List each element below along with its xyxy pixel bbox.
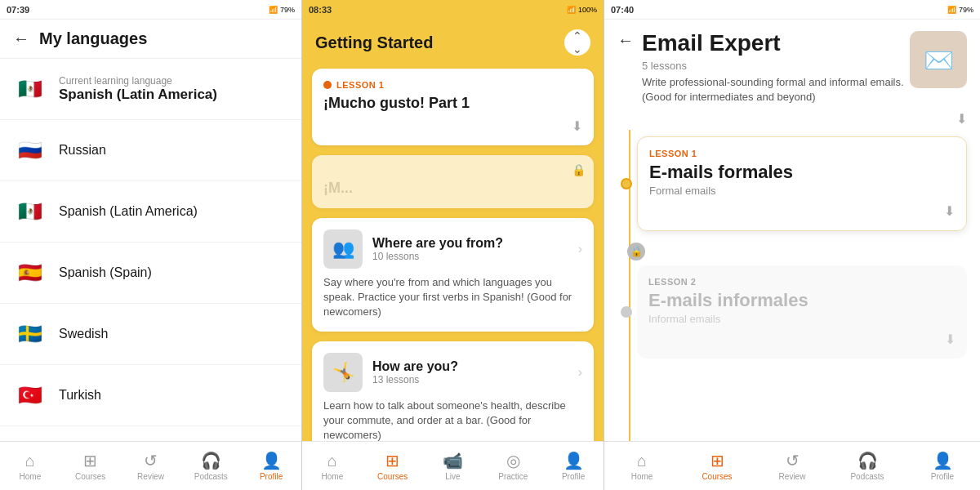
flag-spanish-spain: 🇪🇸 bbox=[13, 256, 47, 290]
lock-divider: 🔒 bbox=[627, 243, 967, 261]
language-name: Swedish bbox=[59, 327, 108, 341]
download-icon[interactable]: ⬇ bbox=[323, 118, 582, 134]
nav-label: Courses bbox=[377, 472, 408, 481]
locked-lesson-card: LESSON 2 E-mails informales Informal ema… bbox=[637, 265, 967, 359]
nav-label: Review bbox=[137, 472, 164, 481]
collapse-button[interactable]: ⌃⌄ bbox=[564, 29, 590, 56]
home-icon: ⌂ bbox=[25, 452, 35, 470]
nav-practice[interactable]: ◎ Practice bbox=[483, 442, 543, 490]
signal-icon-3: 📶 bbox=[947, 6, 956, 14]
page-title: My languages bbox=[39, 29, 147, 48]
list-item[interactable]: 🇷🇺 Russian bbox=[0, 120, 301, 181]
nav-courses-2[interactable]: ⊞ Courses bbox=[363, 442, 423, 490]
status-time-2: 08:33 bbox=[309, 5, 332, 15]
nav-profile-2[interactable]: 👤 Profile bbox=[543, 442, 604, 490]
back-button-3[interactable]: ← bbox=[617, 31, 634, 50]
profile-icon-3: 👤 bbox=[933, 451, 953, 470]
lesson-label: LESSON 1 bbox=[336, 80, 384, 90]
nav-home-3[interactable]: ⌂ Home bbox=[604, 442, 679, 490]
language-list: 🇷🇺 Russian 🇲🇽 Spanish (Latin America) 🇪🇸… bbox=[0, 120, 301, 441]
nav-home[interactable]: ⌂ Home bbox=[0, 442, 60, 490]
list-item[interactable]: 🇸🇪 Swedish bbox=[0, 304, 301, 365]
active-lesson-card: LESSON 1 E-mails formales Formal emails … bbox=[637, 136, 967, 231]
nav-label: Practice bbox=[498, 472, 528, 481]
course-download[interactable]: ⬇ bbox=[604, 111, 980, 127]
list-item[interactable]: 🇹🇷 Turkish bbox=[0, 365, 301, 426]
current-lang-info: Current learning language Spanish (Latin… bbox=[59, 75, 217, 103]
status-bar-3: 07:40 📶 79% bbox=[604, 0, 980, 20]
nav-home-2[interactable]: ⌂ Home bbox=[302, 442, 363, 490]
lesson-badge-1: LESSON 1 bbox=[649, 149, 955, 158]
nav-courses[interactable]: ⊞ Courses bbox=[60, 442, 121, 490]
nav-podcasts[interactable]: 🎧 Podcasts bbox=[180, 442, 241, 490]
lesson-title: ¡Mucho gusto! Part 1 bbox=[323, 95, 582, 112]
bottom-nav-3: ⌂ Home ⊞ Courses ↺ Review 🎧 Podcasts 👤 P… bbox=[604, 441, 980, 490]
nav-courses-3[interactable]: ⊞ Courses bbox=[679, 442, 755, 490]
language-name: Spanish (Spain) bbox=[59, 265, 152, 280]
home-icon-3: ⌂ bbox=[637, 452, 647, 470]
lesson-title-2: E-mails informales bbox=[648, 290, 956, 311]
review-icon-3: ↺ bbox=[786, 451, 800, 470]
back-button[interactable]: ← bbox=[13, 29, 29, 48]
lesson-badge-2: LESSON 2 bbox=[648, 277, 956, 287]
nav-label: Review bbox=[779, 472, 806, 481]
battery-3: 79% bbox=[959, 6, 973, 14]
course-item-1[interactable]: 👥 Where are you from? 10 lessons › Say w… bbox=[312, 218, 594, 332]
chevron-right-icon: › bbox=[578, 242, 582, 256]
review-icon: ↺ bbox=[144, 451, 158, 470]
courses-icon-3: ⊞ bbox=[710, 451, 724, 470]
battery-1: 79% bbox=[280, 6, 295, 14]
lesson-title-1: E-mails formales bbox=[649, 162, 955, 183]
practice-icon: ◎ bbox=[506, 451, 520, 470]
current-language-item: 🇲🇽 Current learning language Spanish (La… bbox=[0, 59, 301, 120]
getting-started-header: Getting Started ⌃⌄ bbox=[302, 20, 604, 62]
course-info-area: Email Expert 5 lessons Write professiona… bbox=[634, 31, 910, 105]
nav-label: Profile bbox=[562, 472, 585, 481]
timeline-line bbox=[629, 130, 630, 441]
course-lessons-2: 13 lessons bbox=[372, 374, 568, 385]
getting-started-content: LESSON 1 ¡Mucho gusto! Part 1 ⬇ 🔒 ¡M... … bbox=[302, 62, 604, 441]
nav-live[interactable]: 📹 Live bbox=[423, 442, 483, 490]
nav-label: Home bbox=[20, 472, 42, 481]
podcasts-icon: 🎧 bbox=[201, 451, 221, 470]
nav-podcasts-3[interactable]: 🎧 Podcasts bbox=[830, 442, 905, 490]
lesson-item-1[interactable]: LESSON 1 E-mails formales Formal emails … bbox=[637, 136, 967, 231]
nav-review-3[interactable]: ↺ Review bbox=[755, 442, 830, 490]
bottom-nav-2: ⌂ Home ⊞ Courses 📹 Live ◎ Practice 👤 Pro… bbox=[302, 441, 604, 490]
course-desc: Say where you're from and which language… bbox=[323, 275, 582, 320]
course-info-1: Where are you from? 10 lessons bbox=[372, 236, 568, 262]
locked-card: 🔒 ¡M... bbox=[312, 155, 594, 208]
course-thumb-1: 👥 bbox=[323, 229, 363, 269]
nav-profile-3[interactable]: 👤 Profile bbox=[905, 442, 980, 490]
podcasts-icon-3: 🎧 bbox=[858, 451, 878, 470]
nav-review[interactable]: ↺ Review bbox=[121, 442, 181, 490]
flag-swedish: 🇸🇪 bbox=[13, 317, 47, 351]
course-thumb-2: 🤸 bbox=[323, 353, 363, 392]
home-icon-2: ⌂ bbox=[327, 452, 337, 470]
course-desc-2: Learn how to talk about someone's health… bbox=[323, 399, 582, 441]
status-icons-3: 📶 79% bbox=[947, 6, 973, 14]
courses-icon: ⊞ bbox=[83, 451, 97, 470]
bottom-nav-1: ⌂ Home ⊞ Courses ↺ Review 🎧 Podcasts 👤 P… bbox=[0, 441, 301, 490]
course-description: Write professional-sounding formal and i… bbox=[642, 75, 910, 105]
lesson-subtitle-2: Informal emails bbox=[648, 313, 956, 325]
course-name-2: How are you? bbox=[372, 359, 568, 374]
section-title: Getting Started bbox=[315, 33, 433, 52]
language-name: Russian bbox=[59, 143, 106, 158]
nav-profile[interactable]: 👤 Profile bbox=[241, 442, 301, 490]
lesson-card-1[interactable]: LESSON 1 ¡Mucho gusto! Part 1 ⬇ bbox=[312, 69, 594, 145]
list-item[interactable]: 🇲🇽 Spanish (Latin America) bbox=[0, 181, 301, 243]
flag-russian: 🇷🇺 bbox=[13, 133, 47, 167]
lessons-content: LESSON 1 E-mails formales Formal emails … bbox=[604, 130, 980, 441]
courses-icon-2: ⊞ bbox=[385, 451, 399, 470]
language-name: Spanish (Latin America) bbox=[59, 204, 198, 219]
course-item-2[interactable]: 🤸 How are you? 13 lessons › Learn how to… bbox=[312, 341, 594, 441]
status-time-3: 07:40 bbox=[611, 5, 634, 15]
course-item-top-2: 🤸 How are you? 13 lessons › bbox=[323, 353, 582, 392]
current-label: Current learning language bbox=[59, 75, 217, 87]
list-item[interactable]: 🇪🇸 Spanish (Spain) bbox=[0, 243, 301, 304]
signal-icon-2: 📶 bbox=[567, 6, 576, 14]
nav-label: Courses bbox=[75, 472, 105, 481]
nav-label: Profile bbox=[260, 472, 283, 481]
lesson-download-icon[interactable]: ⬇ bbox=[649, 203, 955, 219]
